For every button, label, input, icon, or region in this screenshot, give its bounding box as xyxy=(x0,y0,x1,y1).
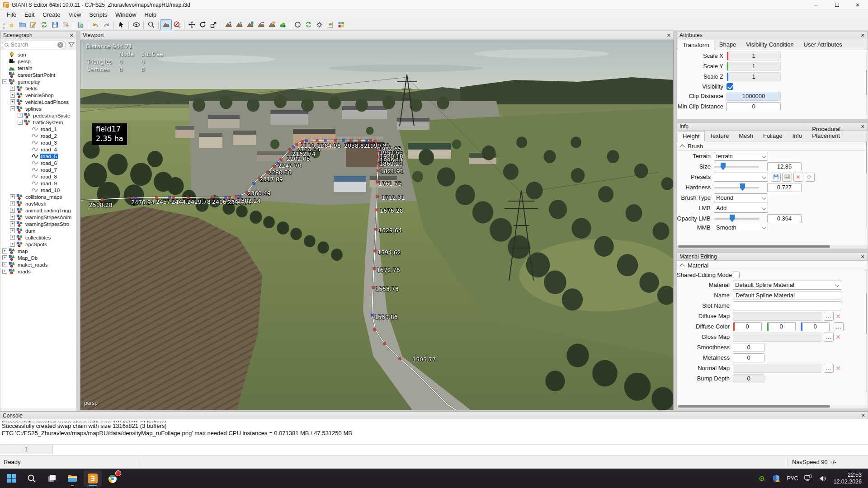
edit-mode-icon[interactable] xyxy=(28,20,38,30)
diffuse-color-r-field[interactable]: 0 xyxy=(733,322,762,331)
scale-z-field[interactable]: 1 xyxy=(726,72,781,81)
expander-icon[interactable]: + xyxy=(2,262,7,267)
foliage-tool-icon[interactable] xyxy=(277,20,288,30)
tree-item-fields[interactable]: +fields xyxy=(0,85,76,92)
tree-item-dum[interactable]: +dum xyxy=(0,227,76,234)
giants-editor-taskbar-icon[interactable]: E xyxy=(84,470,102,487)
script-input-field[interactable] xyxy=(52,444,868,454)
attributes-close-icon[interactable]: ✕ xyxy=(861,33,865,38)
terrain-raise-icon[interactable] xyxy=(223,20,234,30)
task-view-icon[interactable] xyxy=(43,470,61,487)
gear-tool-icon[interactable] xyxy=(314,20,325,30)
gloss-map-field[interactable] xyxy=(733,333,821,342)
script-tool-icon[interactable] xyxy=(325,20,335,30)
terrain-panel-scrollbar[interactable] xyxy=(866,133,867,228)
language-indicator[interactable]: РУС xyxy=(787,475,798,482)
spline-control-point[interactable] xyxy=(273,165,275,168)
search-input[interactable]: Search ✕ xyxy=(2,41,66,49)
menu-view[interactable]: View xyxy=(64,10,85,19)
metalness-field[interactable]: 0 xyxy=(733,353,764,362)
expander-icon[interactable]: − xyxy=(18,120,23,125)
start-button[interactable] xyxy=(2,470,20,487)
tree-item-road_6[interactable]: road_6 xyxy=(0,160,76,166)
spline-control-point[interactable] xyxy=(280,159,282,161)
gloss-map-clear-icon[interactable]: ✕ xyxy=(834,333,843,342)
terrain-panel-hscrollbar[interactable] xyxy=(677,245,867,248)
preset-delete-icon[interactable]: ✕ xyxy=(793,173,803,182)
close-button[interactable]: ✕ xyxy=(847,0,868,10)
tree-item-maket_roads[interactable]: +maket_roads xyxy=(0,261,76,268)
file-explorer-icon[interactable] xyxy=(63,470,81,487)
spline-control-point[interactable] xyxy=(375,228,377,230)
presets-dropdown[interactable] xyxy=(714,173,768,182)
menu-help[interactable]: Help xyxy=(140,10,160,19)
spline-control-point[interactable] xyxy=(399,357,401,360)
tab-visibility-condition[interactable]: Visibility Condition xyxy=(741,39,798,50)
terrain-sculpt-icon[interactable] xyxy=(160,20,171,30)
chrome-taskbar-icon[interactable] xyxy=(104,470,122,487)
tree-item-navMesh[interactable]: +navMesh xyxy=(0,200,76,207)
new-scene-icon[interactable] xyxy=(6,20,17,30)
open-file-icon[interactable] xyxy=(17,20,28,30)
spline-control-point-selected[interactable] xyxy=(305,140,307,142)
hardness-field[interactable]: 0.727 xyxy=(767,183,802,192)
preset-save-icon[interactable] xyxy=(771,173,781,182)
material-section-header[interactable]: Material xyxy=(677,261,868,270)
attributes-scrollbar[interactable] xyxy=(866,52,867,115)
opacity-lmb-field[interactable]: 0.364 xyxy=(767,214,802,223)
spline-control-point[interactable] xyxy=(383,343,386,345)
bump-depth-field[interactable]: 0 xyxy=(733,374,764,383)
expander-icon[interactable]: − xyxy=(10,106,15,111)
plugin-tool-icon[interactable] xyxy=(335,20,346,30)
tab-texture[interactable]: Texture xyxy=(705,131,734,141)
tree-item-road_4[interactable]: road_4 xyxy=(0,146,76,153)
scenegraph-close-icon[interactable]: ✕ xyxy=(70,33,74,38)
spline-control-point[interactable] xyxy=(101,198,104,201)
material-panel-scrollbar[interactable] xyxy=(866,270,867,392)
move-tool-icon[interactable] xyxy=(186,20,197,30)
material-panel-close-icon[interactable]: ✕ xyxy=(861,254,865,260)
diffuse-color-g-field[interactable]: 0 xyxy=(767,322,796,331)
terrain-smooth-icon[interactable] xyxy=(255,20,266,30)
rotate-tool-icon[interactable] xyxy=(197,20,208,30)
spline-control-point[interactable] xyxy=(372,286,374,289)
network-tray-icon[interactable] xyxy=(804,474,812,483)
viewport-close-icon[interactable]: ✕ xyxy=(667,33,671,38)
slot-name-field[interactable] xyxy=(733,301,841,310)
tab-info[interactable]: Info xyxy=(788,131,807,141)
undo-icon[interactable] xyxy=(90,20,101,30)
select-tool-icon[interactable] xyxy=(116,20,127,30)
tree-item-roads[interactable]: +roads xyxy=(0,268,76,275)
hardness-slider[interactable] xyxy=(714,183,759,192)
menu-window[interactable]: Window xyxy=(111,10,140,19)
expander-icon[interactable]: + xyxy=(2,269,7,274)
spline-control-point[interactable] xyxy=(373,267,375,270)
spline-control-point[interactable] xyxy=(296,143,298,145)
export-icon[interactable] xyxy=(60,20,71,30)
spline-control-point[interactable] xyxy=(374,250,376,252)
tab-foliage[interactable]: Foliage xyxy=(758,131,788,141)
brush-disabled-icon[interactable] xyxy=(171,20,182,30)
expander-icon[interactable]: + xyxy=(10,201,15,206)
tab-procedural-placement[interactable]: Procedural Placement xyxy=(807,124,867,141)
visibility-checkbox[interactable] xyxy=(726,83,733,90)
expander-icon[interactable]: + xyxy=(18,113,23,118)
tree-item-road_10[interactable]: road_10 xyxy=(0,187,76,193)
diffuse-color-b-field[interactable]: 0 xyxy=(801,322,830,331)
tree-item-collectibles[interactable]: +collectibles xyxy=(0,234,76,241)
expander-icon[interactable]: + xyxy=(10,235,15,240)
foliage-paint-icon[interactable] xyxy=(245,20,255,30)
expander-icon[interactable]: + xyxy=(10,215,15,220)
expander-icon[interactable]: + xyxy=(2,255,7,260)
tree-item-splines[interactable]: −splines xyxy=(0,105,76,112)
normal-map-clear-icon[interactable]: ✕ xyxy=(834,364,843,373)
expander-icon[interactable]: + xyxy=(10,221,15,226)
lmb-dropdown[interactable]: Add xyxy=(714,204,768,213)
expander-icon[interactable]: + xyxy=(10,86,15,91)
spline-control-point[interactable] xyxy=(289,149,291,151)
tree-item-careerStartPoint[interactable]: careerStartPoint xyxy=(0,71,76,78)
tree-item-road_9[interactable]: road_9 xyxy=(0,180,76,187)
brush-section-header[interactable]: Brush xyxy=(677,141,868,151)
spline-control-point[interactable] xyxy=(377,169,379,172)
tab-mesh[interactable]: Mesh xyxy=(734,131,758,141)
